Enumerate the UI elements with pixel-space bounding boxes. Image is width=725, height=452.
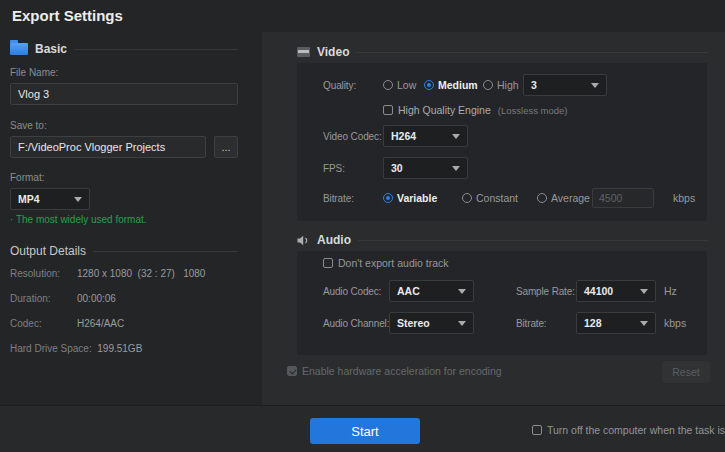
- hq-engine-checkbox[interactable]: High Quality Engine (Lossless mode): [383, 104, 568, 116]
- format-value: MP4: [18, 193, 40, 205]
- audio-channel-label: Audio Channel:: [323, 318, 389, 329]
- output-details-header: Output Details: [10, 244, 238, 258]
- dont-export-audio-checkbox[interactable]: Don't export audio track: [323, 257, 449, 269]
- bitrate-value-input[interactable]: [592, 188, 654, 208]
- video-icon: [297, 47, 310, 57]
- audio-bitrate-unit: kbps: [664, 317, 686, 329]
- audio-codec-label: Audio Codec:: [323, 286, 389, 297]
- browse-button[interactable]: ...: [214, 136, 238, 158]
- file-name-label: File Name:: [10, 67, 238, 78]
- format-select[interactable]: MP4: [10, 188, 90, 210]
- basic-section-header: Basic: [10, 42, 238, 56]
- chevron-down-icon: [591, 83, 599, 88]
- checkbox-checked-icon: [287, 366, 297, 376]
- page-title: Export Settings: [12, 7, 123, 24]
- output-details-list: Resolution: 1280 x 1080 (32 : 27) 1080 D…: [10, 268, 238, 368]
- fps-row: FPS: 30: [323, 157, 699, 179]
- dont-export-row: Don't export audio track: [323, 255, 699, 271]
- radio-icon: [537, 193, 547, 203]
- save-to-input[interactable]: [10, 136, 206, 158]
- detail-row-duration: Duration: 00:00:06: [10, 293, 238, 304]
- folder-icon: [10, 43, 28, 55]
- fps-label: FPS:: [323, 163, 383, 174]
- video-section-title: Video: [317, 45, 349, 59]
- checkbox-icon: [532, 425, 542, 435]
- audio-section-title: Audio: [317, 233, 351, 247]
- checkbox-icon: [383, 105, 393, 115]
- detail-row-hard-drive-space: Hard Drive Space: 199.51GB: [10, 343, 238, 354]
- bitrate-radio-constant[interactable]: Constant: [462, 192, 518, 204]
- chevron-down-icon: [452, 166, 460, 171]
- chevron-down-icon: [458, 321, 466, 326]
- sample-rate-unit: Hz: [664, 285, 677, 297]
- hq-engine-row: High Quality Engine (Lossless mode): [383, 103, 699, 117]
- video-section-header: Video: [297, 45, 708, 59]
- radio-icon: [383, 80, 393, 90]
- save-to-label: Save to:: [10, 120, 238, 131]
- video-codec-select[interactable]: H264: [383, 125, 468, 147]
- quality-row: Quality: Low Medium High 3: [323, 74, 699, 96]
- quality-radio-medium[interactable]: Medium: [424, 79, 478, 91]
- quality-radio-low[interactable]: Low: [383, 79, 416, 91]
- bitrate-radio-average[interactable]: Average: [537, 192, 590, 204]
- output-details-title: Output Details: [10, 244, 86, 258]
- bitrate-unit: kbps: [673, 192, 695, 204]
- audio-group-box: Don't export audio track Audio Codec: AA…: [297, 251, 707, 355]
- sample-rate-label: Sample Rate:: [516, 286, 576, 297]
- detail-row-resolution: Resolution: 1280 x 1080 (32 : 27) 1080: [10, 268, 238, 279]
- speaker-icon: [297, 235, 310, 246]
- chevron-down-icon: [458, 289, 466, 294]
- detail-row-codec: Codec: H264/AAC: [10, 318, 238, 329]
- radio-icon: [424, 80, 434, 90]
- settings-panel: Video Quality: Low Medium High: [262, 32, 725, 405]
- quality-label: Quality:: [323, 80, 383, 91]
- audio-codec-row: Audio Codec: AAC Sample Rate: 44100 Hz: [323, 280, 699, 302]
- quality-level-select[interactable]: 3: [523, 74, 607, 96]
- save-to-row: ...: [10, 136, 238, 158]
- start-button[interactable]: Start: [310, 418, 420, 444]
- section-divider: [356, 52, 708, 53]
- audio-codec-select[interactable]: AAC: [389, 280, 474, 302]
- radio-icon: [462, 193, 472, 203]
- shutdown-checkbox[interactable]: Turn off the computer when the task is f…: [532, 424, 725, 436]
- basic-section-title: Basic: [35, 42, 67, 56]
- file-name-input[interactable]: [10, 83, 238, 105]
- video-codec-row: Video Codec: H264: [323, 125, 699, 147]
- audio-section-header: Audio: [297, 233, 708, 247]
- bitrate-row: Bitrate: Variable Constant Average kbps: [323, 187, 699, 209]
- audio-channel-select[interactable]: Stereo: [389, 312, 474, 334]
- video-codec-label: Video Codec:: [323, 131, 383, 142]
- export-settings-dialog: Export Settings Basic File Name: Save to…: [0, 0, 725, 452]
- radio-icon: [483, 80, 493, 90]
- audio-bitrate-label: Bitrate:: [516, 318, 576, 329]
- sample-rate-select[interactable]: 44100: [576, 280, 656, 302]
- hw-accel-checkbox[interactable]: Enable hardware acceleration for encodin…: [287, 365, 502, 377]
- chevron-down-icon: [74, 197, 82, 202]
- audio-channel-row: Audio Channel: Stereo Bitrate: 128 kbps: [323, 312, 699, 334]
- audio-bitrate-select[interactable]: 128: [576, 312, 656, 334]
- quality-radio-high[interactable]: High: [483, 79, 519, 91]
- chevron-down-icon: [640, 289, 648, 294]
- bitrate-label: Bitrate:: [323, 193, 383, 204]
- chevron-down-icon: [640, 321, 648, 326]
- checkbox-icon: [323, 258, 333, 268]
- section-divider: [358, 240, 708, 241]
- section-divider: [74, 49, 238, 50]
- section-divider: [93, 251, 238, 252]
- fps-select[interactable]: 30: [383, 157, 468, 179]
- radio-icon: [383, 193, 393, 203]
- bottom-bar: Start Turn off the computer when the tas…: [0, 405, 725, 452]
- reset-button[interactable]: Reset: [662, 361, 710, 383]
- bitrate-radio-variable[interactable]: Variable: [383, 192, 437, 204]
- format-hint: · The most widely used format.: [10, 214, 238, 225]
- chevron-down-icon: [452, 134, 460, 139]
- format-label: Format:: [10, 172, 238, 183]
- video-group-box: Quality: Low Medium High 3: [297, 63, 707, 221]
